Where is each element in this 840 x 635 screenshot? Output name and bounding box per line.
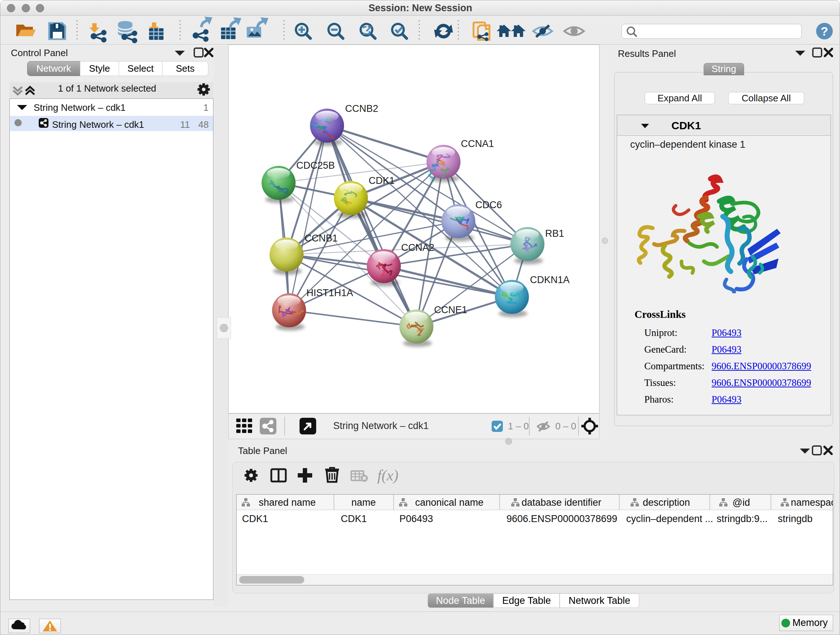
svg-text:f(x): f(x)	[377, 467, 398, 484]
svg-text:canonical name: canonical name	[415, 497, 483, 508]
svg-text:CDC6: CDC6	[475, 200, 502, 211]
svg-text:namespac: namespac	[791, 497, 833, 508]
svg-text:0 – 0: 0 – 0	[555, 421, 576, 432]
svg-text:CCNB1: CCNB1	[305, 233, 338, 244]
svg-text:CCNE1: CCNE1	[434, 304, 467, 315]
svg-text:CDK1: CDK1	[369, 175, 395, 186]
svg-text:RB1: RB1	[545, 228, 564, 239]
svg-text:HIST1H1A: HIST1H1A	[306, 287, 353, 298]
svg-text:CDKN1A: CDKN1A	[530, 274, 570, 285]
svg-text:CCNA1: CCNA1	[461, 138, 494, 149]
svg-text:shared name: shared name	[259, 497, 316, 508]
svg-text:description: description	[643, 497, 690, 508]
svg-text:CDC25B: CDC25B	[296, 160, 335, 171]
svg-text:name: name	[351, 497, 376, 508]
svg-text:CCNA2: CCNA2	[401, 242, 434, 253]
svg-text:@id: @id	[733, 497, 750, 508]
svg-text:?: ?	[821, 24, 829, 38]
svg-text:1 – 0: 1 – 0	[508, 421, 529, 432]
svg-text:CCNB2: CCNB2	[345, 103, 378, 114]
svg-text:database identifier: database identifier	[522, 497, 602, 508]
